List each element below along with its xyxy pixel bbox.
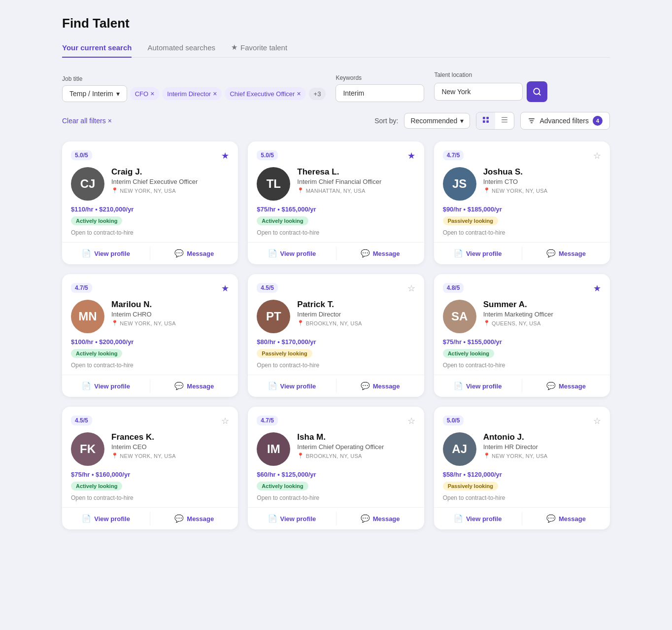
person-details: Craig J. Interim Chief Executive Officer…	[111, 167, 229, 194]
keywords-label: Keywords	[336, 74, 424, 81]
view-profile-button[interactable]: 📄 View profile	[248, 508, 336, 529]
contract-note: Open to contract-to-hire	[443, 362, 601, 369]
contract-note: Open to contract-to-hire	[257, 494, 415, 501]
location-label: Talent location	[434, 71, 547, 78]
person-info: TL Theresa L. Interim Chief Financial Of…	[257, 167, 415, 201]
avatar: TL	[257, 167, 290, 201]
message-icon: 💬	[174, 249, 184, 258]
location-pin-icon: 📍	[483, 453, 490, 459]
sort-dropdown[interactable]: Recommended ▾	[404, 113, 470, 129]
filters-row: Job title Temp / Interim ▾ CFO × Interim…	[62, 71, 610, 102]
location-pin-icon: 📍	[111, 453, 118, 459]
search-button[interactable]	[527, 81, 547, 102]
advanced-filters-button[interactable]: Advanced filters 4	[520, 112, 610, 130]
location-input[interactable]	[434, 83, 523, 101]
contract-note: Open to contract-to-hire	[443, 494, 601, 501]
svg-rect-4	[483, 120, 485, 123]
message-button[interactable]: 💬 Message	[522, 243, 610, 264]
favorite-star[interactable]: ★	[221, 150, 229, 161]
filter-tags-container: Temp / Interim ▾ CFO × Interim Director …	[62, 85, 326, 102]
avatar: FK	[71, 432, 104, 466]
tab-automated-searches[interactable]: Automated searches	[147, 43, 215, 58]
view-toggle	[476, 112, 514, 130]
profile-icon: 📄	[82, 382, 91, 390]
person-title: Interim Chief Operating Officer	[297, 443, 415, 451]
favorite-star[interactable]: ☆	[221, 416, 229, 426]
favorite-star[interactable]: ☆	[407, 283, 415, 294]
avatar: AJ	[443, 432, 476, 466]
avatar: CJ	[71, 167, 104, 201]
view-profile-button[interactable]: 📄 View profile	[434, 243, 522, 264]
card-footer: 📄 View profile 💬 Message	[248, 242, 424, 264]
view-profile-button[interactable]: 📄 View profile	[248, 375, 336, 397]
favorite-star[interactable]: ★	[407, 150, 415, 161]
person-details: Marilou N. Interim CHRO 📍 NEW YORK, NY, …	[111, 300, 229, 326]
keywords-filter: Keywords	[336, 74, 424, 102]
person-location: 📍 NEW YORK, NY, USA	[483, 453, 601, 459]
remove-ceo-tag[interactable]: ×	[297, 90, 301, 98]
person-name: Joshua S.	[483, 167, 601, 177]
card-body: 5.0/5 ★ TL Theresa L. Interim Chief Fina…	[248, 141, 424, 242]
job-title-dropdown[interactable]: Temp / Interim ▾	[62, 85, 127, 102]
view-profile-button[interactable]: 📄 View profile	[62, 243, 150, 264]
keywords-input[interactable]	[336, 84, 424, 102]
tabs-bar: Your current search Automated searches ★…	[62, 43, 610, 58]
tag-ceo: Chief Executive Officer ×	[225, 87, 305, 100]
favorite-star[interactable]: ★	[593, 283, 601, 294]
view-profile-button[interactable]: 📄 View profile	[62, 508, 150, 529]
svg-rect-7	[502, 119, 507, 120]
profile-icon: 📄	[454, 249, 463, 258]
card-body: 5.0/5 ★ CJ Craig J. Interim Chief Execut…	[62, 141, 238, 242]
card-top: 4.7/5 ★	[71, 283, 229, 294]
person-info: CJ Craig J. Interim Chief Executive Offi…	[71, 167, 229, 201]
message-button[interactable]: 💬 Message	[336, 243, 424, 264]
message-button[interactable]: 💬 Message	[336, 375, 424, 397]
favorite-star[interactable]: ☆	[407, 416, 415, 426]
candidate-card: 5.0/5 ★ CJ Craig J. Interim Chief Execut…	[62, 141, 238, 264]
person-location: 📍 NEW YORK, NY, USA	[483, 187, 601, 194]
message-button[interactable]: 💬 Message	[522, 375, 610, 397]
person-name: Theresa L.	[297, 167, 415, 177]
person-info: SA Summer A. Interim Marketing Officer 📍…	[443, 300, 601, 333]
list-view-button[interactable]	[495, 112, 514, 129]
status-badge: Actively looking	[71, 349, 122, 358]
message-button[interactable]: 💬 Message	[150, 508, 238, 529]
person-title: Interim Director	[297, 311, 415, 318]
avatar: SA	[443, 300, 476, 333]
person-details: Antonio J. Interim HR Director 📍 NEW YOR…	[483, 432, 601, 459]
view-profile-button[interactable]: 📄 View profile	[62, 375, 150, 397]
rates: $75/hr • $160,000/yr	[71, 471, 229, 478]
view-profile-button[interactable]: 📄 View profile	[434, 508, 522, 529]
candidate-card: 4.5/5 ☆ PT Patrick T. Interim Director 📍…	[248, 274, 424, 397]
view-profile-button[interactable]: 📄 View profile	[248, 243, 336, 264]
grid-view-button[interactable]	[476, 112, 495, 129]
person-info: IM Isha M. Interim Chief Operating Offic…	[257, 432, 415, 466]
favorite-star[interactable]: ☆	[593, 416, 601, 426]
message-button[interactable]: 💬 Message	[522, 508, 610, 529]
clear-filters-button[interactable]: Clear all filters ×	[62, 117, 112, 125]
view-profile-button[interactable]: 📄 View profile	[434, 375, 522, 397]
message-icon: 💬	[546, 382, 556, 390]
tab-favorite-talent[interactable]: ★ Favorite talent	[231, 43, 287, 58]
person-info: PT Patrick T. Interim Director 📍 BROOKLY…	[257, 300, 415, 333]
person-name: Isha M.	[297, 432, 415, 442]
profile-icon: 📄	[268, 514, 277, 523]
person-details: Joshua S. Interim CTO 📍 NEW YORK, NY, US…	[483, 167, 601, 194]
message-button[interactable]: 💬 Message	[336, 508, 424, 529]
favorite-star[interactable]: ★	[221, 283, 229, 294]
message-button[interactable]: 💬 Message	[150, 243, 238, 264]
person-location: 📍 NEW YORK, NY, USA	[111, 453, 229, 459]
person-location: 📍 QUEENS, NY, USA	[483, 320, 601, 326]
remove-cfo-tag[interactable]: ×	[150, 90, 154, 98]
tab-current-search[interactable]: Your current search	[62, 43, 132, 58]
rating-badge: 5.0/5	[257, 150, 278, 160]
profile-icon: 📄	[268, 249, 277, 258]
card-top: 5.0/5 ★	[257, 150, 415, 161]
svg-rect-6	[502, 117, 507, 118]
message-button[interactable]: 💬 Message	[150, 375, 238, 397]
grid-icon	[482, 116, 490, 124]
avatar: IM	[257, 432, 290, 466]
sort-label: Sort by:	[374, 117, 398, 125]
favorite-star[interactable]: ☆	[593, 150, 601, 161]
remove-interim-director-tag[interactable]: ×	[213, 90, 217, 98]
